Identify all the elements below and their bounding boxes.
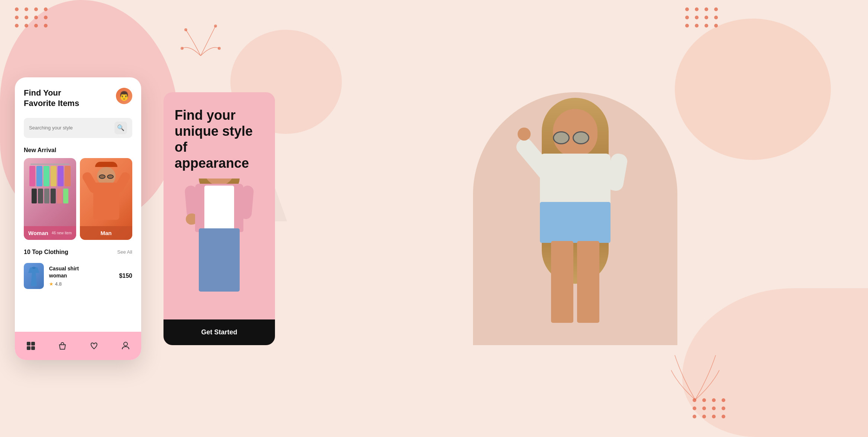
nav-heart[interactable] — [86, 338, 102, 354]
search-icon-box[interactable]: 🔍 — [114, 122, 127, 134]
search-icon: 🔍 — [117, 124, 124, 131]
arrival-cards: Woman 46 new item — [15, 158, 141, 247]
clothing-info: Casual shirt woman ★ 4.8 — [49, 265, 114, 287]
headline-line1: Find your — [175, 107, 236, 123]
top-clothing-header: 10 Top Clothing See All — [15, 247, 141, 260]
grid-icon — [26, 341, 36, 351]
arrival-card-man[interactable]: Man — [80, 158, 132, 240]
style-headline: Find your unique style of appearance — [175, 107, 264, 171]
fig-shorts — [540, 202, 610, 243]
svg-rect-7 — [31, 346, 35, 350]
clothing-item[interactable]: Casual shirt woman ★ 4.8 $150 — [15, 260, 141, 292]
star-icon: ★ — [49, 281, 54, 287]
css-woman — [519, 98, 631, 340]
clothing-name: Casual shirt woman — [49, 265, 114, 280]
bag-icon — [58, 341, 67, 351]
phone-mockup: Find Your Favorite Items 👨 🔍 New Arrival — [15, 77, 141, 360]
fig-leg-right — [577, 241, 599, 323]
mid-woman-figure — [175, 179, 264, 297]
nav-grid[interactable] — [23, 338, 39, 354]
photo-area — [297, 92, 853, 345]
woman-badge: 46 new item — [52, 231, 72, 235]
get-started-button[interactable]: Get Started — [163, 319, 275, 345]
dress-icon — [26, 266, 41, 286]
headline-line3: appearance — [175, 155, 249, 171]
fig-glasses — [553, 131, 597, 142]
avatar[interactable]: 👨 — [116, 88, 132, 104]
style-panel-header: Find your unique style of appearance — [163, 92, 275, 179]
fig-leg-left — [551, 241, 573, 323]
mid-jeans — [199, 228, 240, 292]
nav-person[interactable] — [117, 338, 134, 354]
style-panel: Find your unique style of appearance — [163, 92, 275, 345]
search-input[interactable] — [29, 125, 111, 131]
search-bar[interactable]: 🔍 — [24, 118, 132, 138]
glass-right — [573, 131, 589, 144]
rating-value: 4.8 — [55, 281, 62, 287]
woman-card-bg: Woman 46 new item — [24, 158, 76, 240]
see-all-link[interactable]: See All — [117, 249, 132, 255]
phone-title: Find Your Favorite Items — [24, 88, 79, 109]
phone-header: Find Your Favorite Items 👨 — [15, 77, 141, 115]
hand-left-head — [518, 128, 531, 141]
top-clothing-title: 10 Top Clothing — [24, 249, 68, 256]
nav-bag[interactable] — [54, 338, 71, 354]
arrival-card-woman[interactable]: Woman 46 new item — [24, 158, 76, 240]
heart-icon — [89, 341, 99, 351]
bottom-nav — [15, 332, 141, 360]
avatar-icon: 👨 — [119, 91, 130, 101]
new-arrival-header: New Arrival — [15, 145, 141, 158]
clothing-price: $150 — [119, 273, 132, 279]
headline-line2: unique style of — [175, 123, 253, 155]
svg-rect-6 — [27, 346, 30, 350]
fig-shirt — [540, 154, 610, 206]
person-icon — [121, 341, 130, 351]
main-container: Find Your Favorite Items 👨 🔍 New Arrival — [0, 0, 868, 437]
clothing-rating: ★ 4.8 — [49, 281, 114, 287]
style-model-area — [163, 179, 275, 319]
large-woman-figure — [519, 98, 631, 340]
svg-rect-5 — [31, 342, 35, 346]
woman-label: Woman — [28, 230, 48, 236]
man-label: Man — [101, 230, 112, 236]
clothing-thumbnail — [24, 263, 44, 289]
man-card-bg: Man — [80, 158, 132, 240]
svg-point-8 — [124, 342, 127, 346]
mid-shirt — [204, 186, 234, 230]
svg-rect-4 — [27, 342, 30, 346]
glass-left — [553, 131, 570, 144]
